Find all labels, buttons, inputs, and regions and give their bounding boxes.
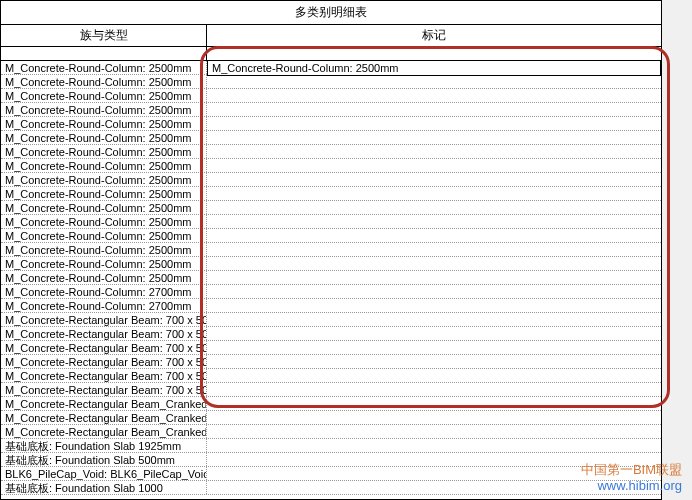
cell-family-type[interactable]: M_Concrete-Rectangular Beam: 700 x 500 [1, 327, 207, 340]
cell-family-type[interactable]: M_Concrete-Rectangular Beam: 700 x 500 [1, 313, 207, 326]
cell-family-type[interactable]: M_Concrete-Round-Column: 2500mm [1, 89, 207, 102]
table-row[interactable]: M_Concrete-Rectangular Beam: 700 x 500 [1, 341, 661, 355]
cell-family-type[interactable]: M_Concrete-Round-Column: 2500mm [1, 131, 207, 144]
table-row[interactable]: M_Concrete-Round-Column: 2500mm [1, 159, 661, 173]
cell-mark[interactable] [207, 299, 661, 312]
table-row[interactable]: M_Concrete-Round-Column: 2500mm [1, 271, 661, 285]
table-row[interactable]: M_Concrete-Round-Column: 2700mm [1, 299, 661, 313]
table-row[interactable]: M_Concrete-Round-Column: 2500mm [1, 145, 661, 159]
table-row[interactable]: M_Concrete-Round-Column: 2500mm [1, 257, 661, 271]
cell-mark[interactable] [207, 369, 661, 382]
table-row[interactable]: BLK6_PileCap_Void: BLK6_PileCap_Void [1, 467, 661, 481]
table-row[interactable]: 基础底板: Foundation Slab 1925mm [1, 439, 661, 453]
cell-mark[interactable] [207, 243, 661, 256]
table-row[interactable]: M_Concrete-Round-Column: 2500mm [1, 117, 661, 131]
cell-mark[interactable] [207, 201, 661, 214]
cell-family-type[interactable]: M_Concrete-Round-Column: 2500mm [1, 103, 207, 116]
cell-family-type[interactable]: M_Concrete-Round-Column: 2500mm [1, 61, 207, 74]
watermark-line1: 中国第一BIM联盟 [581, 462, 682, 478]
table-row[interactable]: M_Concrete-Round-Column: 2500mmM_Concret… [1, 61, 661, 75]
cell-family-type[interactable]: M_Concrete-Round-Column: 2500mm [1, 229, 207, 242]
cell-family-type[interactable]: M_Concrete-Rectangular Beam_Cranked: 1 [1, 397, 207, 410]
table-row[interactable]: M_Concrete-Round-Column: 2500mm [1, 187, 661, 201]
cell-family-type[interactable]: M_Concrete-Round-Column: 2500mm [1, 201, 207, 214]
cell-mark[interactable] [207, 341, 661, 354]
table-row[interactable]: M_Concrete-Round-Column: 2500mm [1, 215, 661, 229]
cell-family-type[interactable]: M_Concrete-Round-Column: 2500mm [1, 173, 207, 186]
table-row[interactable]: M_Concrete-Round-Column: 2500mm [1, 103, 661, 117]
cell-family-type[interactable]: M_Concrete-Round-Column: 2500mm [1, 271, 207, 284]
cell-mark[interactable] [207, 117, 661, 130]
cell-mark[interactable] [207, 173, 661, 186]
cell-family-type[interactable]: M_Concrete-Round-Column: 2500mm [1, 75, 207, 88]
cell-family-type[interactable]: M_Concrete-Rectangular Beam: 700 x 500 [1, 355, 207, 368]
cell-mark[interactable] [207, 383, 661, 396]
data-rows: M_Concrete-Round-Column: 2500mmM_Concret… [1, 61, 661, 495]
cell-family-type[interactable]: M_Concrete-Rectangular Beam_Cranked: 1 [1, 425, 207, 438]
watermark: 中国第一BIM联盟 www.hibim.org [581, 462, 682, 494]
table-row[interactable]: M_Concrete-Round-Column: 2700mm [1, 285, 661, 299]
cell-mark[interactable] [207, 187, 661, 200]
table-row[interactable]: M_Concrete-Round-Column: 2500mm [1, 201, 661, 215]
cell-family-type[interactable]: 基础底板: Foundation Slab 1925mm [1, 439, 207, 452]
cell-mark[interactable] [207, 355, 661, 368]
cell-family-type[interactable]: M_Concrete-Round-Column: 2500mm [1, 145, 207, 158]
cell-mark[interactable] [207, 159, 661, 172]
table-row[interactable]: M_Concrete-Rectangular Beam_Cranked: 1 [1, 411, 661, 425]
table-row[interactable]: 基础底板: Foundation Slab 1000 [1, 481, 661, 495]
cell-mark-editing[interactable]: M_Concrete-Round-Column: 2500mm [207, 60, 661, 76]
table-row[interactable]: M_Concrete-Rectangular Beam_Cranked: 1 [1, 397, 661, 411]
table-row[interactable]: M_Concrete-Rectangular Beam: 700 x 500 [1, 369, 661, 383]
cell-mark[interactable] [207, 439, 661, 452]
cell-family-type[interactable]: M_Concrete-Round-Column: 2500mm [1, 159, 207, 172]
cell-mark[interactable] [207, 89, 661, 102]
cell-mark[interactable] [207, 103, 661, 116]
table-row[interactable]: M_Concrete-Rectangular Beam: 700 x 500 [1, 355, 661, 369]
table-row[interactable]: M_Concrete-Rectangular Beam: 700 x 500 [1, 383, 661, 397]
cell-family-type[interactable]: 基础底板: Foundation Slab 500mm [1, 453, 207, 466]
cell-family-type[interactable]: M_Concrete-Rectangular Beam_Cranked: 1 [1, 411, 207, 424]
table-row[interactable]: 基础底板: Foundation Slab 500mm [1, 453, 661, 467]
cell-family-type[interactable]: BLK6_PileCap_Void: BLK6_PileCap_Void [1, 467, 207, 480]
table-row[interactable]: M_Concrete-Round-Column: 2500mm [1, 243, 661, 257]
table-row[interactable]: M_Concrete-Round-Column: 2500mm [1, 229, 661, 243]
spacer-row [1, 47, 661, 61]
header-family-type[interactable]: 族与类型 [1, 25, 207, 46]
cell-mark[interactable] [207, 131, 661, 144]
cell-mark[interactable] [207, 285, 661, 298]
cell-family-type[interactable]: M_Concrete-Round-Column: 2500mm [1, 117, 207, 130]
schedule-title: 多类别明细表 [1, 1, 661, 25]
table-row[interactable]: M_Concrete-Round-Column: 2500mm [1, 173, 661, 187]
cell-family-type[interactable]: M_Concrete-Rectangular Beam: 700 x 500 [1, 383, 207, 396]
cell-mark[interactable] [207, 313, 661, 326]
cell-mark[interactable] [207, 145, 661, 158]
cell-mark[interactable] [207, 425, 661, 438]
cell-family-type[interactable]: M_Concrete-Round-Column: 2500mm [1, 215, 207, 228]
cell-family-type[interactable]: M_Concrete-Round-Column: 2500mm [1, 243, 207, 256]
table-row[interactable]: M_Concrete-Rectangular Beam: 700 x 500 [1, 327, 661, 341]
table-row[interactable]: M_Concrete-Rectangular Beam: 700 x 500 [1, 313, 661, 327]
cell-family-type[interactable]: M_Concrete-Round-Column: 2500mm [1, 187, 207, 200]
schedule-table: 多类别明细表 族与类型 标记 M_Concrete-Round-Column: … [0, 0, 662, 500]
watermark-line2: www.hibim.org [581, 478, 682, 494]
cell-mark[interactable] [207, 327, 661, 340]
cell-mark[interactable] [207, 397, 661, 410]
table-row[interactable]: M_Concrete-Round-Column: 2500mm [1, 75, 661, 89]
table-row[interactable]: M_Concrete-Round-Column: 2500mm [1, 89, 661, 103]
header-row: 族与类型 标记 [1, 25, 661, 47]
cell-mark[interactable] [207, 257, 661, 270]
cell-mark[interactable] [207, 215, 661, 228]
cell-family-type[interactable]: M_Concrete-Rectangular Beam: 700 x 500 [1, 341, 207, 354]
cell-mark[interactable] [207, 271, 661, 284]
cell-mark[interactable] [207, 75, 661, 88]
header-mark[interactable]: 标记 [207, 25, 661, 46]
cell-family-type[interactable]: M_Concrete-Round-Column: 2700mm [1, 299, 207, 312]
cell-mark[interactable] [207, 411, 661, 424]
table-row[interactable]: M_Concrete-Round-Column: 2500mm [1, 131, 661, 145]
cell-mark[interactable] [207, 229, 661, 242]
cell-family-type[interactable]: M_Concrete-Round-Column: 2500mm [1, 257, 207, 270]
cell-family-type[interactable]: 基础底板: Foundation Slab 1000 [1, 481, 207, 494]
table-row[interactable]: M_Concrete-Rectangular Beam_Cranked: 1 [1, 425, 661, 439]
cell-family-type[interactable]: M_Concrete-Round-Column: 2700mm [1, 285, 207, 298]
cell-family-type[interactable]: M_Concrete-Rectangular Beam: 700 x 500 [1, 369, 207, 382]
